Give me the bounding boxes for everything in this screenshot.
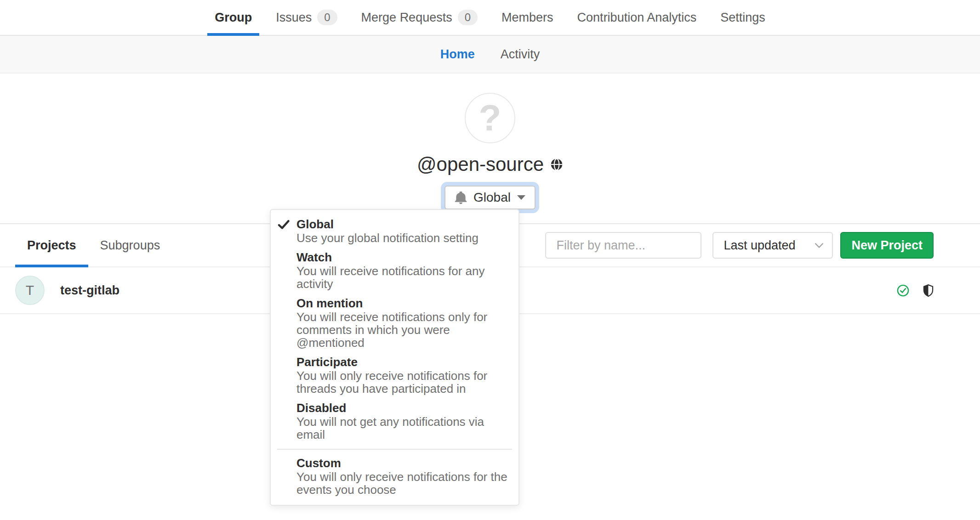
project-name-link[interactable]: test-gitlab: [60, 283, 120, 298]
tab-subgroups[interactable]: Subgroups: [88, 224, 172, 266]
option-title: On mention: [296, 296, 508, 311]
option-title: Watch: [296, 250, 508, 265]
subnav-item-activity[interactable]: Activity: [488, 47, 553, 62]
bell-icon: [455, 192, 467, 204]
tab-members-label: Members: [501, 11, 553, 25]
globe-icon: [550, 158, 563, 171]
tab-group[interactable]: Group: [203, 0, 264, 35]
filter-by-name-input[interactable]: [545, 232, 701, 259]
project-avatar: T: [15, 276, 45, 305]
notification-option-custom[interactable]: Custom You will only receive notificatio…: [271, 453, 518, 499]
merge-requests-count-badge: 0: [458, 10, 478, 25]
divider: [277, 449, 512, 450]
sub-navigation: Home Activity: [0, 36, 980, 73]
tab-settings-label: Settings: [720, 11, 765, 25]
check-placeholder: [271, 355, 296, 395]
check-placeholder: [271, 401, 296, 441]
notification-setting-label: Global: [473, 190, 511, 205]
notification-option-disabled[interactable]: Disabled You will not get any notificati…: [271, 398, 518, 444]
chevron-down-icon: [815, 243, 824, 248]
tab-projects[interactable]: Projects: [15, 224, 88, 266]
caret-down-icon: [517, 195, 525, 200]
group-name: @open-source: [417, 153, 544, 175]
notification-option-on-mention[interactable]: On mention You will receive notification…: [271, 294, 518, 352]
tab-merge-requests[interactable]: Merge Requests 0: [349, 0, 490, 35]
tab-issues-label: Issues: [276, 11, 312, 25]
project-status-icons: [897, 284, 934, 297]
option-description: You will not get any notifications via e…: [296, 415, 508, 441]
tab-group-label: Group: [215, 11, 252, 25]
option-description: You will receive notifications for any a…: [296, 265, 508, 290]
tab-projects-label: Projects: [27, 238, 76, 253]
sort-dropdown[interactable]: Last updated: [712, 232, 833, 259]
active-tab-indicator: [207, 33, 259, 36]
option-title: Disabled: [296, 401, 508, 415]
active-tab-indicator: [15, 265, 88, 267]
check-placeholder: [271, 456, 296, 496]
gitlab-group-page: Group Issues 0 Merge Requests 0 Members …: [0, 0, 980, 520]
check-circle-icon: [897, 284, 909, 297]
group-header: ? @open-source Global: [0, 73, 980, 209]
project-avatar-initial: T: [26, 283, 34, 298]
notification-dropdown: Global Use your global notification sett…: [270, 209, 519, 506]
shield-half-icon: [923, 284, 934, 297]
option-description: You will only receive notifications for …: [296, 470, 508, 496]
option-description: You will receive notifications only for …: [296, 311, 508, 349]
tab-contribution-analytics[interactable]: Contribution Analytics: [565, 0, 709, 35]
projects-tabs: Projects Subgroups: [15, 224, 172, 266]
tab-subgroups-label: Subgroups: [100, 238, 160, 253]
notification-option-global[interactable]: Global Use your global notification sett…: [271, 215, 518, 248]
issues-count-badge: 0: [317, 10, 337, 25]
top-navigation: Group Issues 0 Merge Requests 0 Members …: [0, 0, 980, 36]
notification-setting-button[interactable]: Global: [444, 186, 536, 209]
option-title: Participate: [296, 355, 508, 369]
option-title: Global: [296, 217, 479, 232]
page-title: @open-source: [0, 153, 980, 175]
tab-contribution-analytics-label: Contribution Analytics: [577, 11, 697, 25]
check-icon: [271, 217, 296, 244]
projects-controls: Last updated New Project: [545, 232, 934, 259]
subnav-item-home[interactable]: Home: [427, 47, 488, 62]
new-project-button[interactable]: New Project: [840, 232, 934, 259]
tab-issues[interactable]: Issues 0: [264, 0, 349, 35]
notification-option-watch[interactable]: Watch You will receive notifications for…: [271, 248, 518, 294]
group-avatar-placeholder: ?: [479, 97, 501, 139]
tab-settings[interactable]: Settings: [708, 0, 777, 35]
tab-merge-requests-label: Merge Requests: [361, 11, 452, 25]
check-placeholder: [271, 296, 296, 349]
option-description: Use your global notification setting: [296, 232, 479, 244]
tab-members[interactable]: Members: [490, 0, 565, 35]
group-avatar: ?: [465, 93, 515, 143]
option-title: Custom: [296, 456, 508, 470]
check-placeholder: [271, 250, 296, 290]
sort-selected-label: Last updated: [724, 238, 795, 253]
notification-option-participate[interactable]: Participate You will only receive notifi…: [271, 352, 518, 398]
option-description: You will only receive notifications for …: [296, 369, 508, 395]
